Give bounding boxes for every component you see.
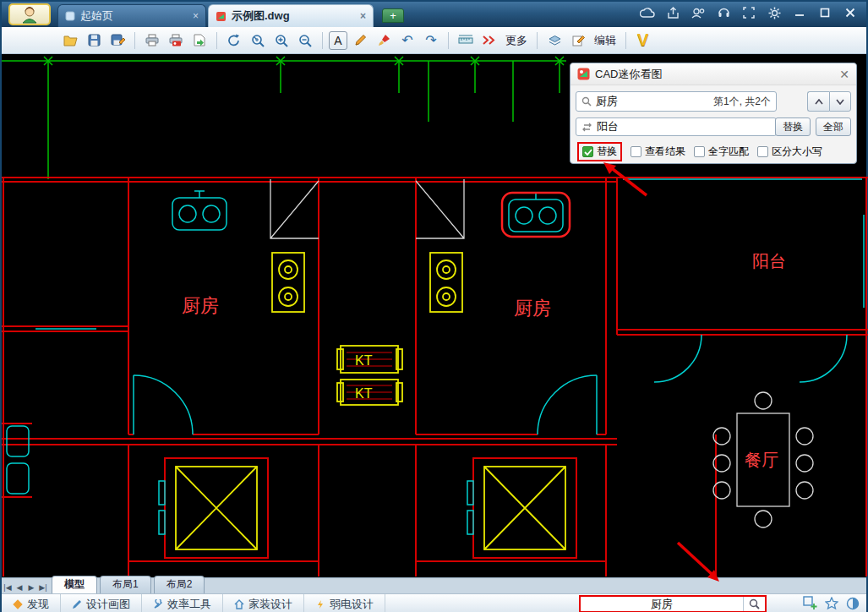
search-icon xyxy=(581,96,592,107)
previous-result-button[interactable] xyxy=(807,91,829,112)
zoom-out-button[interactable] xyxy=(294,30,316,52)
checkbox-box xyxy=(694,146,705,157)
statusbar-item-label: 家装设计 xyxy=(248,597,292,612)
maximize-button[interactable] xyxy=(817,6,833,19)
equipment-lines xyxy=(176,253,565,549)
layout-tab-layout1[interactable]: 布局1 xyxy=(100,576,151,593)
wall-lines xyxy=(2,178,868,576)
brush-tool-button[interactable] xyxy=(373,30,395,52)
share-icon[interactable] xyxy=(665,6,680,19)
pencil-tool-button[interactable] xyxy=(349,30,371,52)
design-draw-icon xyxy=(72,599,82,609)
toolbar-divider xyxy=(322,32,323,49)
first-layout-button[interactable]: |◀ xyxy=(2,583,14,593)
text-tool-button[interactable]: A xyxy=(329,31,347,50)
search-value: 厨房 xyxy=(596,94,709,109)
checkbox-whole-word[interactable]: 全字匹配 xyxy=(694,145,749,159)
statusbar-item-low-voltage-design[interactable]: 弱电设计 xyxy=(304,594,385,612)
room-label-dining: 餐厅 xyxy=(745,451,778,469)
favorite-star-icon[interactable] xyxy=(825,597,838,612)
print-button[interactable] xyxy=(141,30,163,52)
duct-label-kt-1: KT xyxy=(355,353,373,368)
duct-label-kt-2: KT xyxy=(355,386,373,401)
replace-all-button[interactable]: 全部 xyxy=(816,117,851,136)
checkbox-replace-mode[interactable]: 替换 xyxy=(577,142,622,161)
contacts-icon[interactable] xyxy=(691,6,706,19)
add-window-icon[interactable] xyxy=(803,596,817,612)
support-headset-icon[interactable] xyxy=(716,6,731,19)
theme-contrast-icon[interactable] xyxy=(846,597,860,612)
start-page-icon xyxy=(65,11,75,21)
quick-search-input[interactable] xyxy=(581,597,743,611)
open-file-button[interactable] xyxy=(59,30,81,52)
tab-label: 示例图.dwg xyxy=(232,8,290,24)
tab-close-icon[interactable]: × xyxy=(193,10,199,22)
checkbox-match-case[interactable]: 区分大小写 xyxy=(757,145,822,159)
statusbar-item-discover[interactable]: 发现 xyxy=(2,594,61,612)
zoom-in-button[interactable] xyxy=(270,30,292,52)
home-design-icon xyxy=(234,599,244,609)
settings-gear-icon[interactable] xyxy=(767,6,782,19)
statusbar-right-icons xyxy=(803,596,860,612)
zoom-extents-button[interactable] xyxy=(247,30,269,52)
find-replace-dialog: CAD迷你看图 ✕ 厨房 第1个, 共2个 阳台 替换 全 xyxy=(570,63,857,164)
layout-tab-layout2[interactable]: 布局2 xyxy=(154,576,205,593)
close-button[interactable] xyxy=(843,6,858,19)
redo-button[interactable]: ↷ xyxy=(420,30,442,52)
statusbar-item-design-draw[interactable]: 设计画图 xyxy=(61,594,142,612)
dialog-title-bar[interactable]: CAD迷你看图 ✕ xyxy=(570,63,856,85)
tab-close-icon[interactable]: × xyxy=(360,10,366,22)
fullscreen-icon[interactable] xyxy=(741,6,756,19)
layout-tab-strip: |◀ ◀ ▶ ▶| 模型 布局1 布局2 xyxy=(2,577,866,593)
statusbar-item-efficiency-tools[interactable]: 效率工具 xyxy=(142,594,223,612)
quick-search-button[interactable] xyxy=(743,597,765,611)
checkbox-view-results[interactable]: 查看结果 xyxy=(631,145,685,159)
tab-start-page[interactable]: 起始页 × xyxy=(57,4,206,27)
room-label-kitchen-1: 厨房 xyxy=(182,295,219,316)
toolbar-divider xyxy=(625,32,626,49)
layout-tab-model[interactable]: 模型 xyxy=(52,576,97,593)
layers-button[interactable] xyxy=(543,30,565,52)
edit-mode-label[interactable]: 编辑 xyxy=(591,33,620,48)
replace-button[interactable]: 替换 xyxy=(775,117,811,136)
statusbar-item-home-design[interactable]: 家装设计 xyxy=(223,594,304,612)
save-as-button[interactable] xyxy=(106,30,128,52)
avatar-icon xyxy=(20,5,39,24)
tab-drawing[interactable]: 示例图.dwg × xyxy=(208,4,374,27)
measure-button[interactable] xyxy=(455,30,477,52)
save-button[interactable] xyxy=(83,30,105,52)
user-avatar[interactable] xyxy=(8,3,51,25)
replace-value: 阳台 xyxy=(597,119,771,134)
more-tools-label[interactable]: 更多 xyxy=(502,33,531,48)
title-bar: 起始页 × 示例图.dwg × + xyxy=(2,2,866,27)
minimize-button[interactable] xyxy=(792,6,807,19)
checkbox-box xyxy=(757,146,768,157)
statusbar-item-label: 弱电设计 xyxy=(330,597,374,612)
pdf-export-button[interactable] xyxy=(165,30,187,52)
search-result-counter: 第1个, 共2个 xyxy=(713,95,771,109)
checkbox-label: 查看结果 xyxy=(645,145,685,159)
search-input[interactable]: 厨房 第1个, 共2个 xyxy=(576,91,777,112)
previous-layout-button[interactable]: ◀ xyxy=(14,583,25,593)
statusbar-item-label: 效率工具 xyxy=(167,597,211,612)
image-export-button[interactable] xyxy=(188,30,210,52)
new-tab-button[interactable]: + xyxy=(382,8,404,23)
rotate-view-button[interactable] xyxy=(223,30,245,52)
next-layout-button[interactable]: ▶ xyxy=(25,583,37,593)
toolbar-divider xyxy=(448,32,449,49)
last-layout-button[interactable]: ▶| xyxy=(37,583,49,593)
replace-input[interactable]: 阳台 xyxy=(576,117,777,136)
next-result-button[interactable] xyxy=(829,91,851,112)
app-logo-icon xyxy=(577,68,590,80)
dialog-close-icon[interactable]: ✕ xyxy=(839,68,849,81)
checkbox-label: 全字匹配 xyxy=(708,145,749,159)
continuous-measure-button[interactable] xyxy=(478,30,500,52)
cloud-icon[interactable] xyxy=(640,6,655,19)
toolbar-divider xyxy=(216,32,217,49)
quick-search-box xyxy=(579,595,767,612)
status-bar: 发现 设计画图 效率工具 家装设计 弱电设计 xyxy=(2,593,866,612)
fixture-lines xyxy=(7,179,864,534)
dialog-title: CAD迷你看图 xyxy=(595,67,662,82)
edit-mode-icon[interactable] xyxy=(567,30,589,52)
undo-button[interactable]: ↶ xyxy=(396,30,418,52)
